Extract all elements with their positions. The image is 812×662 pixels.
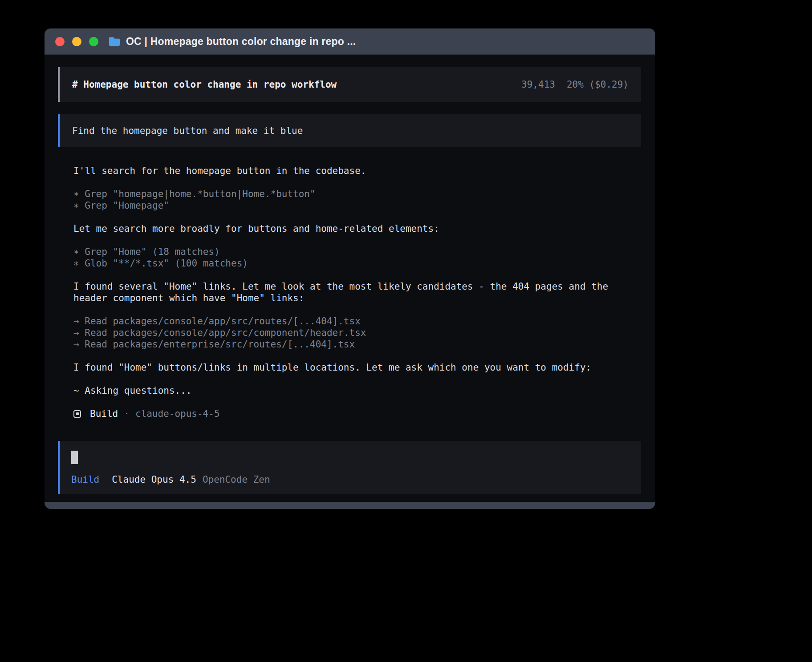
agent-name: Build [90, 408, 118, 420]
prompt-model[interactable]: Claude Opus 4.5 [112, 474, 196, 485]
user-message: Find the homepage button and make it blu… [58, 114, 641, 147]
transcript-block-text: Let me search more broadly for buttons a… [73, 223, 641, 234]
transcript-block-tool: → Read packages/console/app/src/routes/[… [73, 315, 641, 350]
session-header: # Homepage button color change in repo w… [58, 67, 641, 102]
transcript-line: I found several "Home" links. Let me loo… [73, 281, 641, 304]
minimize-button[interactable] [72, 37, 81, 46]
transcript-block-tool: ∗ Grep "homepage|home.*button|Home.*butt… [73, 188, 641, 211]
text-cursor [71, 451, 78, 464]
transcript-block-text: I found "Home" buttons/links in multiple… [73, 362, 641, 373]
transcript-line: ∗ Grep "homepage|home.*button|Home.*butt… [73, 188, 641, 200]
transcript-block-text: I'll search for the homepage button in t… [73, 165, 641, 177]
transcript-line: Let me search more broadly for buttons a… [73, 223, 641, 234]
terminal-content: # Homepage button color change in repo w… [45, 55, 655, 502]
transcript-line: I found "Home" buttons/links in multiple… [73, 362, 641, 373]
folder-icon [108, 36, 121, 47]
transcript-block-tool: ∗ Grep "Home" (18 matches)∗ Glob "**/*.t… [73, 246, 641, 269]
window-titlebar[interactable]: OC | Homepage button color change in rep… [45, 28, 655, 55]
prompt-provider: OpenCode Zen [203, 474, 270, 485]
agent-status-row: Build · claude-opus-4-5 [73, 408, 641, 420]
transcript: I'll search for the homepage button in t… [73, 165, 641, 408]
transcript-line: → Read packages/console/app/src/componen… [73, 327, 641, 339]
transcript-line: → Read packages/console/app/src/routes/[… [73, 315, 641, 327]
transcript-line: ∗ Grep "Home" (18 matches) [73, 246, 641, 258]
session-title: # Homepage button color change in repo w… [72, 79, 337, 90]
transcript-line: ∗ Glob "**/*.tsx" (100 matches) [73, 258, 641, 269]
status-footer: · · · · · · · · esc interrupt ctrl+t var… [58, 494, 641, 502]
transcript-block-text: ~ Asking questions... [73, 385, 641, 396]
user-message-text: Find the homepage button and make it blu… [72, 125, 303, 136]
agent-model: claude-opus-4-5 [135, 408, 220, 420]
transcript-line: ∗ Grep "Homepage" [73, 200, 641, 211]
token-count: 39,413 [521, 79, 555, 90]
context-cost: 20% ($0.29) [567, 79, 629, 90]
transcript-block-text: I found several "Home" links. Let me loo… [73, 281, 641, 304]
window-title: OC | Homepage button color change in rep… [126, 36, 356, 48]
transcript-line: → Read packages/enterprise/src/routes/[.… [73, 339, 641, 350]
session-stats: 39,413 20% ($0.29) [521, 79, 629, 90]
prompt-mode[interactable]: Build [71, 474, 99, 485]
traffic-lights [55, 37, 98, 46]
close-button[interactable] [55, 37, 65, 46]
prompt-input[interactable]: Build Claude Opus 4.5 OpenCode Zen [58, 441, 641, 494]
window-bottom-chrome [45, 502, 655, 509]
prompt-status-row: Build Claude Opus 4.5 OpenCode Zen [71, 474, 629, 485]
desktop: OC | Homepage button color change in rep… [0, 0, 812, 662]
agent-separator: · [124, 408, 130, 420]
zoom-button[interactable] [89, 37, 98, 46]
transcript-line: ~ Asking questions... [73, 385, 641, 396]
transcript-line: I'll search for the homepage button in t… [73, 165, 641, 177]
terminal-window: OC | Homepage button color change in rep… [45, 28, 655, 509]
agent-icon [73, 410, 81, 418]
